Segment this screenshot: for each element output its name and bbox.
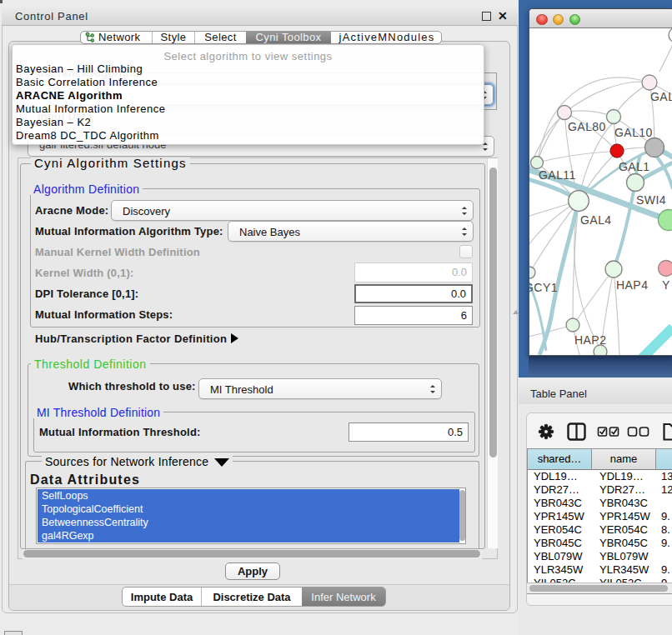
svg-text:GAL10: GAL10 [614,126,653,139]
svg-text:GAL1: GAL1 [619,160,650,173]
svg-text:Y: Y [662,278,670,292]
svg-text:GAL11: GAL11 [539,168,576,182]
svg-text:GCY1: GCY1 [529,281,558,294]
svg-text:GAL4: GAL4 [580,213,612,227]
svg-text:GAL7: GAL7 [650,90,672,103]
svg-text:GAL80: GAL80 [568,120,606,133]
svg-text:HAP4: HAP4 [616,278,648,292]
svg-text:SWI4: SWI4 [636,193,666,207]
svg-text:HAP2: HAP2 [574,333,606,347]
